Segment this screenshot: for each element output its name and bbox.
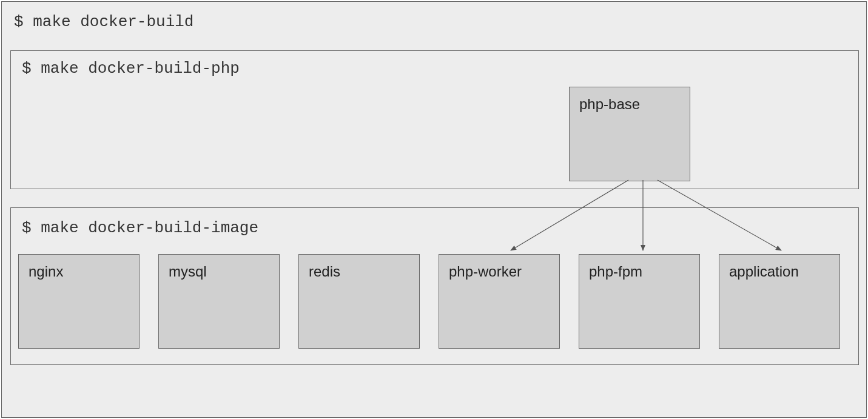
nginx-box: nginx: [18, 254, 140, 349]
application-box: application: [719, 254, 840, 349]
redis-box: redis: [298, 254, 420, 349]
docker-build-title: $ make docker-build: [14, 13, 193, 31]
php-base-label: php-base: [579, 96, 640, 112]
service-label: redis: [309, 263, 340, 280]
php-worker-box: php-worker: [439, 254, 560, 349]
service-label: php-worker: [449, 263, 522, 280]
docker-build-php-title: $ make docker-build-php: [22, 59, 240, 78]
service-label: nginx: [29, 263, 63, 280]
docker-build-image-container: $ make docker-build-image nginx mysql re…: [10, 207, 859, 365]
mysql-box: mysql: [158, 254, 280, 349]
docker-build-container: $ make docker-build $ make docker-build-…: [1, 1, 867, 418]
service-label: application: [729, 263, 799, 280]
service-label: mysql: [169, 263, 207, 280]
service-label: php-fpm: [589, 263, 642, 280]
php-fpm-box: php-fpm: [579, 254, 700, 349]
docker-build-image-title: $ make docker-build-image: [22, 219, 258, 237]
docker-build-php-container: $ make docker-build-php php-base: [10, 50, 859, 189]
php-base-box: php-base: [569, 87, 690, 181]
